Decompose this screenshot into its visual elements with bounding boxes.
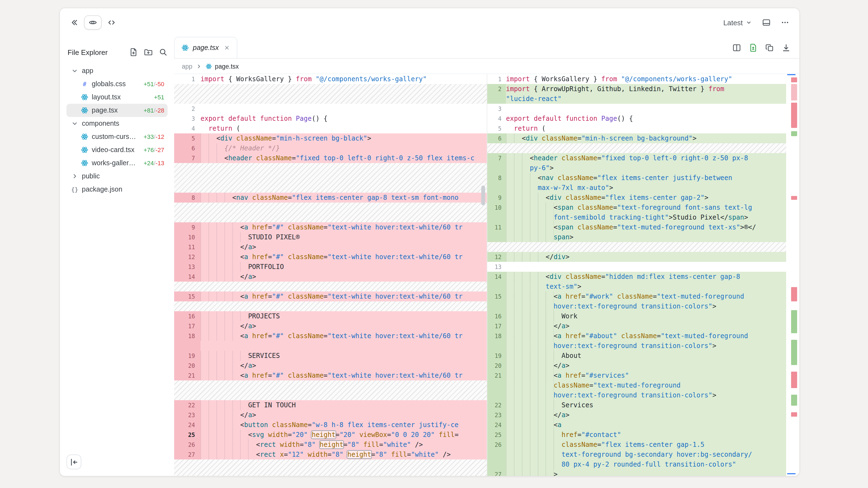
code-line[interactable]: 15 <a href="#work" className="text-muted…	[487, 291, 786, 301]
file-item-page-tsx[interactable]: page.tsx+81/-28	[66, 104, 167, 117]
file-item-package-json[interactable]: {}package.json	[66, 183, 167, 196]
more-options-button[interactable]	[781, 18, 789, 27]
new-folder-button[interactable]	[144, 48, 153, 57]
code-line[interactable]: 24 <a	[487, 420, 786, 430]
breadcrumb-file[interactable]: page.tsx	[206, 63, 239, 69]
file-item-video-card-tsx[interactable]: video-card.tsx+76/-27	[66, 143, 167, 157]
code-line[interactable]: 80 px-4 py-2 rounded-full transition-col…	[487, 459, 786, 469]
code-line[interactable]: hover:text-foreground transition-colors"…	[487, 390, 786, 400]
code-line[interactable]: 20 </a>	[487, 361, 786, 370]
search-files-button[interactable]	[159, 48, 167, 57]
code-line[interactable]: 4 return (	[174, 124, 487, 133]
code-line[interactable]: 7 <header className="fixed top-0 left-0 …	[487, 153, 786, 163]
new-file-button[interactable]	[129, 48, 138, 57]
code-line[interactable]: 27 <rect x="12" width="8" height="8" fil…	[174, 450, 487, 459]
code-line[interactable]: 3	[487, 104, 786, 113]
code-line[interactable]: hover:text-foreground transition-colors"…	[487, 301, 786, 311]
code-line[interactable]: 18 <a href="#" className="text-white hov…	[174, 331, 487, 341]
code-line[interactable]: 3export default function Page() {	[174, 113, 487, 124]
ellipsis-icon	[781, 18, 789, 27]
code-line[interactable]: 4export default function Page() {	[487, 113, 786, 124]
copy-file-button[interactable]	[765, 43, 774, 52]
code-line[interactable]	[174, 341, 487, 351]
code-line[interactable]: 12 <a href="#" className="text-white hov…	[174, 252, 487, 262]
code-line[interactable]: 16 PROJECTS	[174, 311, 487, 321]
code-line[interactable]: 14 </a>	[174, 272, 487, 282]
code-line[interactable]: 9 <div className="flex items-center gap-…	[487, 193, 786, 202]
file-item-layout-tsx[interactable]: layout.tsx+51	[66, 91, 167, 104]
code-line[interactable]: 25 <svg width="20" height="20" viewBox="…	[174, 430, 487, 440]
code-line[interactable]: 5 return (	[487, 124, 786, 133]
code-line[interactable]: 13	[487, 262, 786, 272]
code-line[interactable]: 6 <div className="min-h-screen bg-backgr…	[487, 133, 786, 143]
code-line[interactable]: 10 STUDIO PIXEL®	[174, 232, 487, 242]
file-item-custom-curs-[interactable]: custom-curs…+33/-12	[66, 130, 167, 143]
code-line[interactable]: 22 GET IN TOUCH	[174, 400, 487, 410]
code-line[interactable]: className="text-muted-foreground	[487, 381, 786, 390]
code-line[interactable]: py-6">	[487, 163, 786, 173]
browser-panel-button[interactable]	[762, 18, 771, 27]
code-line[interactable]: "lucide-react"	[487, 94, 786, 104]
code-line[interactable]: 6 {/* Header */}	[174, 143, 487, 153]
code-line[interactable]: 27 >	[487, 469, 786, 476]
minimap[interactable]	[786, 74, 799, 476]
file-changes-button[interactable]	[749, 43, 757, 52]
code-line[interactable]: 26 <rect width="8" height="8" fill="whit…	[174, 440, 487, 450]
code-line[interactable]: 14 <div className="hidden md:flex items-…	[487, 272, 786, 282]
download-file-button[interactable]	[782, 43, 790, 52]
file-item-globals-css[interactable]: #globals.css+51/-50	[66, 77, 167, 91]
code-line[interactable]: 22 Services	[487, 400, 786, 410]
code-line[interactable]: 18 <a href="#about" className="text-mute…	[487, 331, 786, 341]
code-line[interactable]: 20 </a>	[174, 361, 487, 370]
file-item-works-galler-[interactable]: works-galler…+24/-13	[66, 157, 167, 170]
code-line[interactable]: text-sm">	[487, 282, 786, 291]
code-line[interactable]: 9 <a href="#" className="text-white hove…	[174, 222, 487, 232]
code-line[interactable]: 7 <header className="fixed top-0 left-0 …	[174, 153, 487, 163]
folder-item-public[interactable]: public	[66, 170, 167, 183]
close-tab-button[interactable]	[223, 43, 231, 52]
code-line[interactable]: 16 Work	[487, 311, 786, 321]
code-line[interactable]: 8 <nav className="flex items-center gap-…	[174, 193, 487, 202]
code-line[interactable]: 21 <a href="#services"	[487, 370, 786, 381]
code-line[interactable]: 8 <nav className="flex items-center just…	[487, 173, 786, 183]
code-line[interactable]: 23 </a>	[487, 410, 786, 420]
collapse-sidebar-button[interactable]	[66, 455, 81, 469]
code-line[interactable]: 1import { WorksGallery } from "@/compone…	[487, 74, 786, 84]
line-number: 1	[487, 74, 506, 84]
code-line[interactable]: 26 className="flex items-center gap-1.5	[487, 440, 786, 450]
folder-item-components[interactable]: components	[66, 117, 167, 130]
code-line[interactable]: max-w-7xl mx-auto">	[487, 183, 786, 193]
scrollbar-thumb[interactable]	[481, 186, 485, 205]
code-line[interactable]: font-semibold tracking-tight">Studio Pix…	[487, 213, 786, 222]
code-toggle-button[interactable]	[103, 15, 120, 30]
breadcrumb-root[interactable]: app	[182, 63, 192, 69]
code-line[interactable]: 17 </a>	[174, 321, 487, 331]
code-line[interactable]: 19 SERVICES	[174, 351, 487, 361]
collapse-panel-button[interactable]	[70, 18, 79, 27]
version-selector[interactable]: Latest	[723, 19, 752, 27]
preview-toggle-button[interactable]	[84, 15, 102, 30]
code-line[interactable]: 5 <div className="min-h-screen bg-black"…	[174, 133, 487, 143]
split-view-button[interactable]	[732, 43, 741, 52]
code-line[interactable]: 13 PORTFOLIO	[174, 262, 487, 272]
tab-page-tsx[interactable]: page.tsx	[174, 37, 238, 58]
code-line[interactable]: 25 href="#contact"	[487, 430, 786, 440]
code-line[interactable]: 19 About	[487, 351, 786, 361]
code-line[interactable]: 12 </div>	[487, 252, 786, 262]
folder-item-app[interactable]: app	[66, 64, 167, 77]
code-line[interactable]: 2import { ArrowUpRight, Github, Linkedin…	[487, 84, 786, 94]
code-line[interactable]: 15 <a href="#" className="text-white hov…	[174, 291, 487, 301]
code-line[interactable]: span>	[487, 232, 786, 242]
code-line[interactable]: 2	[174, 104, 487, 113]
code-line[interactable]: 24 <button className="w-8 h-8 flex items…	[174, 420, 487, 430]
code-line[interactable]: 1import { WorksGallery } from "@/compone…	[174, 74, 487, 84]
code-line[interactable]: hover:text-foreground transition-colors"…	[487, 341, 786, 351]
code-line[interactable]: 10 <span className="text-foreground font…	[487, 202, 786, 213]
code-line[interactable]: 21 <a href="#" className="text-white hov…	[174, 370, 487, 381]
code-line[interactable]: 11 </a>	[174, 242, 487, 252]
code-line[interactable]: 23 </a>	[174, 410, 487, 420]
line-number: 13	[487, 262, 506, 272]
code-line[interactable]: 17 </a>	[487, 321, 786, 331]
code-line[interactable]: text-foreground bg-secondary hover:bg-se…	[487, 450, 786, 459]
code-line[interactable]: 11 <span className="text-muted-foregroun…	[487, 222, 786, 232]
